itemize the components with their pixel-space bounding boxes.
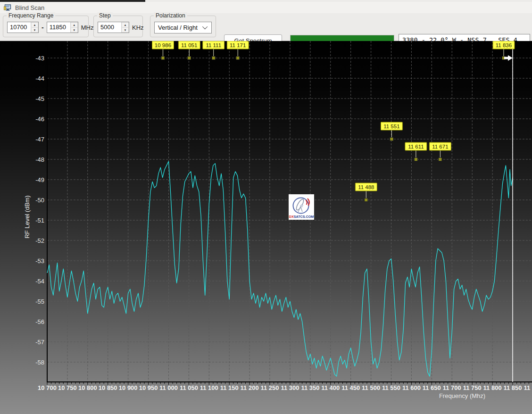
spin-up-icon[interactable]: ▲: [71, 22, 78, 27]
svg-text:-51: -51: [35, 217, 44, 224]
y-axis-title: RF Level (dBm): [24, 195, 31, 238]
svg-text:-46: -46: [35, 116, 44, 123]
frequency-unit-label: MHz: [81, 24, 94, 31]
svg-text:10 986: 10 986: [155, 42, 171, 48]
marker-square[interactable]: [236, 57, 240, 60]
logo-text-dx: DX: [289, 215, 294, 219]
svg-text:11 500: 11 500: [362, 384, 380, 391]
svg-text:-56: -56: [35, 318, 44, 325]
carrier-marker[interactable]: 11 836: [493, 41, 515, 60]
svg-text:11 171: 11 171: [230, 42, 246, 48]
svg-text:10 950: 10 950: [139, 384, 158, 391]
spin-up-icon[interactable]: ▲: [31, 22, 38, 27]
svg-text:11 050: 11 050: [180, 384, 198, 391]
step-group: Step 5000 ▲ ▼ KHz: [93, 16, 143, 37]
svg-text:11 051: 11 051: [181, 42, 197, 48]
svg-text:10 800: 10 800: [78, 384, 97, 391]
marker-square[interactable]: [188, 57, 191, 60]
svg-text:-49: -49: [35, 176, 44, 183]
polarization-label: Polarization: [154, 12, 187, 19]
svg-text:11 650: 11 650: [423, 384, 441, 391]
svg-text:11 250: 11 250: [260, 384, 279, 391]
svg-text:10 700: 10 700: [38, 384, 57, 391]
blind-scan-window: Blind Scan Frequency Range 10700 ▲ ▼ - 1…: [0, 0, 532, 414]
marker-square[interactable]: [212, 57, 215, 60]
x-axis-labels: 10 70010 75010 80010 85010 90010 95011 0…: [38, 384, 532, 391]
svg-text:11 551: 11 551: [383, 124, 399, 129]
svg-text:11 900: 11 900: [524, 384, 532, 391]
spin-up-icon[interactable]: ▲: [122, 22, 129, 27]
titlebar: Blind Scan: [0, 2, 532, 13]
range-separator: -: [42, 24, 44, 31]
window-title: Blind Scan: [15, 4, 44, 11]
x-axis-title: Frequency (Mhz): [439, 392, 485, 399]
dxsatcs-logo: DXSATCS.COM: [289, 194, 314, 220]
svg-text:-43: -43: [35, 55, 44, 62]
svg-text:-58: -58: [35, 359, 44, 366]
svg-text:-44: -44: [35, 75, 44, 82]
svg-text:11 550: 11 550: [382, 384, 400, 391]
svg-text:11 750: 11 750: [463, 384, 482, 391]
carrier-marker[interactable]: 11 171: [227, 41, 249, 60]
carrier-marker[interactable]: 11 488: [355, 183, 377, 202]
svg-text:11 800: 11 800: [483, 384, 502, 391]
spin-down-icon[interactable]: ▼: [71, 27, 78, 33]
spectrum-trace: [47, 161, 513, 376]
spin-down-icon[interactable]: ▼: [31, 27, 38, 33]
svg-text:11 300: 11 300: [281, 384, 299, 391]
svg-text:11 400: 11 400: [321, 384, 340, 391]
frequency-range-label: Frequency Range: [7, 12, 55, 19]
svg-text:10 850: 10 850: [99, 384, 117, 391]
svg-text:-52: -52: [35, 237, 44, 244]
marker-square[interactable]: [390, 138, 393, 141]
svg-text:11 850: 11 850: [503, 384, 522, 391]
polarization-value: Vertical / Right: [158, 24, 198, 31]
carrier-marker[interactable]: 11 551: [381, 122, 402, 141]
carrier-marker[interactable]: 11 611: [405, 142, 427, 161]
svg-text:-50: -50: [35, 197, 44, 204]
marker-square[interactable]: [414, 158, 417, 161]
cursor-arrow-icon: [504, 55, 513, 61]
svg-text:11 100: 11 100: [200, 384, 218, 391]
frequency-to-value[interactable]: 11850: [47, 22, 70, 33]
marker-square[interactable]: [161, 57, 165, 60]
svg-text:11 111: 11 111: [206, 42, 221, 48]
carrier-marker[interactable]: 11 051: [178, 41, 200, 60]
step-value[interactable]: 5000: [98, 22, 121, 33]
chevron-down-icon: [202, 24, 208, 29]
svg-text:11 200: 11 200: [241, 384, 259, 391]
y-axis-labels: -43-44-45-46-47-48-49-50-51-52-53-54-55-…: [35, 55, 44, 366]
svg-text:11 671: 11 671: [432, 144, 448, 149]
svg-text:-54: -54: [35, 278, 44, 285]
frequency-from-spinner[interactable]: 10700 ▲ ▼: [7, 22, 39, 33]
carrier-marker[interactable]: 11 671: [429, 142, 451, 161]
marker-square[interactable]: [365, 199, 368, 202]
polarization-select[interactable]: Vertical / Right: [154, 22, 212, 33]
svg-text:11 450: 11 450: [341, 384, 360, 391]
svg-text:11 600: 11 600: [402, 384, 421, 391]
frequency-to-spinner[interactable]: 11850 ▲ ▼: [47, 22, 78, 33]
marker-square[interactable]: [439, 158, 442, 161]
svg-text:-47: -47: [35, 136, 44, 143]
spin-down-icon[interactable]: ▼: [122, 27, 129, 33]
svg-text:11 000: 11 000: [159, 384, 178, 391]
svg-text:11 350: 11 350: [301, 384, 319, 391]
carrier-marker[interactable]: 11 111: [203, 41, 224, 60]
logo-text-rest: SATCS.COM: [294, 215, 314, 219]
svg-text:10 900: 10 900: [119, 384, 138, 391]
svg-text:10 750: 10 750: [58, 384, 77, 391]
spectrum-svg[interactable]: -43-44-45-46-47-48-49-50-51-52-53-54-55-…: [0, 41, 532, 414]
step-unit-label: KHz: [132, 24, 144, 31]
svg-text:-55: -55: [35, 298, 44, 305]
step-spinner[interactable]: 5000 ▲ ▼: [98, 22, 129, 33]
toolbar: Frequency Range 10700 ▲ ▼ - 11850 ▲ ▼: [0, 13, 532, 41]
frequency-from-value[interactable]: 10700: [8, 22, 31, 33]
svg-text:11 488: 11 488: [358, 184, 374, 190]
app-icon: [4, 4, 11, 11]
svg-text:DXSATCS.COM: DXSATCS.COM: [289, 215, 314, 219]
svg-text:-53: -53: [35, 257, 44, 265]
spectrum-chart: -43-44-45-46-47-48-49-50-51-52-53-54-55-…: [0, 41, 532, 414]
svg-text:11 836: 11 836: [496, 42, 512, 48]
svg-text:-57: -57: [35, 339, 44, 346]
carrier-marker[interactable]: 10 986: [152, 41, 174, 60]
